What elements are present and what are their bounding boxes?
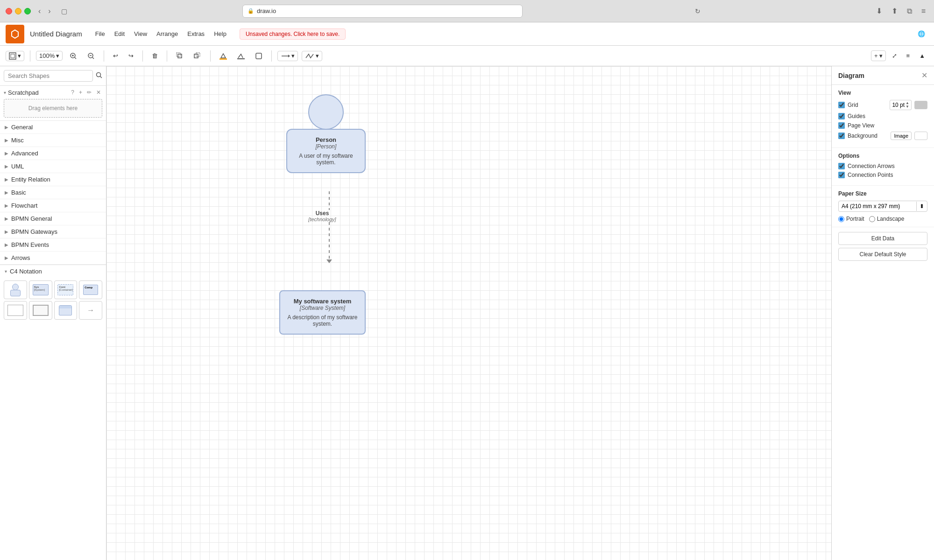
search-button[interactable] (96, 72, 102, 80)
c4-db-shape[interactable] (54, 301, 78, 320)
bpmn-gateways-expand-icon: ▶ (5, 229, 8, 234)
page-view-dropdown[interactable]: ▾ (6, 51, 24, 61)
sidebar-item-uml[interactable]: ▶ UML (0, 160, 106, 173)
background-image-button[interactable]: Image (891, 132, 912, 140)
person-element[interactable]: Person [Person] A user of my software sy… (284, 94, 368, 173)
sidebar-item-flowchart[interactable]: ▶ Flowchart (0, 199, 106, 212)
format-panel-toggle-button[interactable]: ≡ (903, 50, 913, 61)
portrait-radio[interactable] (838, 216, 844, 222)
download-button[interactable]: ⬇ (873, 6, 885, 16)
bpmn-general-expand-icon: ▶ (5, 216, 8, 221)
sidebar-item-entity-relation[interactable]: ▶ Entity Relation (0, 173, 106, 186)
sidebar-item-bpmn-events[interactable]: ▶ BPMN Events (0, 238, 106, 252)
sidebar-item-misc[interactable]: ▶ Misc (0, 134, 106, 147)
grid-pt-spinner[interactable]: ▲ ▼ (906, 101, 909, 109)
panel-close-button[interactable]: ✕ (921, 71, 927, 80)
sep1 (30, 50, 30, 62)
grid-label: Grid (848, 102, 887, 108)
sidebar-item-bpmn-gateways[interactable]: ▶ BPMN Gateways (0, 225, 106, 238)
share-button[interactable]: ⬆ (889, 6, 900, 16)
fill-color-button[interactable] (216, 50, 230, 62)
undo-button[interactable]: ↩ (110, 50, 121, 61)
sidebar-item-bpmn-general[interactable]: ▶ BPMN General (0, 212, 106, 225)
more-button[interactable]: ≡ (919, 6, 928, 16)
zoom-in-button[interactable] (66, 50, 80, 62)
redo-button[interactable]: ↪ (125, 50, 137, 61)
scratchpad-add-button[interactable]: + (78, 89, 84, 96)
tab-button[interactable]: ⧉ (904, 6, 915, 16)
zoom-out-button[interactable] (84, 50, 98, 62)
search-input[interactable] (4, 70, 93, 82)
svg-rect-10 (177, 53, 180, 56)
sidebar-item-general[interactable]: ▶ General (0, 121, 106, 134)
menu-extras[interactable]: Extras (184, 28, 208, 39)
c4-rect2-shape[interactable] (29, 301, 52, 320)
menu-help[interactable]: Help (210, 28, 230, 39)
c4-system-shape[interactable]: Sys [System] (29, 280, 52, 299)
sidebar-item-c4-notation[interactable]: ▾ C4 Notation (0, 265, 106, 278)
connection-style-dropdown[interactable]: ▾ (277, 51, 298, 61)
sidebar-item-basic[interactable]: ▶ Basic (0, 186, 106, 199)
menu-edit[interactable]: Edit (111, 28, 128, 39)
c4-person-shape[interactable] (4, 280, 27, 299)
zoom-dropdown[interactable]: 100% ▾ (36, 51, 63, 61)
menu-arrange[interactable]: Arrange (153, 28, 182, 39)
delete-button[interactable]: 🗑 (149, 50, 161, 61)
connection-arrows-checkbox[interactable] (838, 163, 845, 169)
background-checkbox[interactable] (838, 133, 845, 139)
to-front-icon (176, 52, 184, 60)
fullscreen-toggle-button[interactable]: ⤢ (889, 50, 900, 61)
minimize-button[interactable] (15, 8, 21, 14)
sidebar-item-arrows[interactable]: ▶ Arrows (0, 252, 106, 265)
grid-color-box[interactable] (914, 101, 927, 109)
reload-button[interactable]: ↻ (695, 7, 700, 15)
c4-container-shape[interactable]: Cont [Container] (54, 280, 78, 299)
to-back-button[interactable] (191, 50, 205, 62)
fullscreen-button[interactable] (24, 8, 31, 14)
person-name: Person (293, 136, 359, 143)
grid-pt-input[interactable]: 10 pt ▲ ▼ (890, 100, 912, 110)
address-bar[interactable]: 🔒 draw.io (242, 5, 523, 18)
grid-checkbox[interactable] (838, 102, 845, 108)
sep6 (271, 50, 272, 62)
c4-component-shape[interactable]: Comp (79, 280, 102, 299)
to-front-button[interactable] (173, 50, 187, 62)
canvas-grid (106, 66, 831, 560)
paper-size-spinner[interactable]: ⬍ (916, 202, 927, 211)
orientation-row: Portrait Landscape (838, 216, 927, 222)
forward-button[interactable]: › (45, 6, 53, 16)
scratchpad-help-button[interactable]: ? (70, 89, 76, 96)
sidebar-item-advanced[interactable]: ▶ Advanced (0, 147, 106, 160)
add-button[interactable]: + ▾ (871, 50, 886, 61)
canvas-area[interactable]: Person [Person] A user of my software sy… (106, 66, 831, 560)
close-button[interactable] (6, 8, 12, 14)
collapse-button[interactable]: ▲ (916, 50, 928, 61)
back-button[interactable]: ‹ (35, 6, 43, 16)
scratchpad-section: ▾ Scratchpad ? + ✏ ✕ Drag elements here (0, 86, 106, 121)
unsaved-banner[interactable]: Unsaved changes. Click here to save. (240, 28, 346, 40)
guides-checkbox[interactable] (838, 113, 845, 119)
menu-view[interactable]: View (130, 28, 151, 39)
line-color-button[interactable] (234, 50, 248, 62)
edit-data-button[interactable]: Edit Data (838, 232, 927, 245)
connector-element[interactable]: Uses [technology] (318, 191, 341, 263)
scratchpad-close-button[interactable]: ✕ (95, 89, 102, 96)
waypoint-dropdown[interactable]: ▾ (302, 51, 322, 61)
c4-arrow-shape[interactable]: → (79, 301, 102, 320)
portrait-label[interactable]: Portrait (838, 216, 864, 222)
landscape-label[interactable]: Landscape (869, 216, 905, 222)
scratchpad-edit-button[interactable]: ✏ (85, 89, 93, 96)
c4-rect-shape[interactable] (4, 301, 27, 320)
menu-file[interactable]: File (92, 28, 109, 39)
grid-pt-down[interactable]: ▼ (906, 105, 909, 109)
clear-default-style-button[interactable]: Clear Default Style (838, 248, 927, 261)
shape-button[interactable] (252, 50, 266, 62)
system-element[interactable]: My software system [Software System] A d… (279, 290, 366, 335)
background-color-box[interactable] (914, 132, 927, 140)
zoom-out-icon (87, 52, 95, 60)
global-icon-button[interactable]: 🌐 (914, 28, 928, 39)
connection-points-checkbox[interactable] (838, 172, 845, 178)
page-view-checkbox[interactable] (838, 122, 845, 129)
sidebar-toggle-button[interactable]: ▢ (58, 7, 70, 16)
landscape-radio[interactable] (869, 216, 875, 222)
